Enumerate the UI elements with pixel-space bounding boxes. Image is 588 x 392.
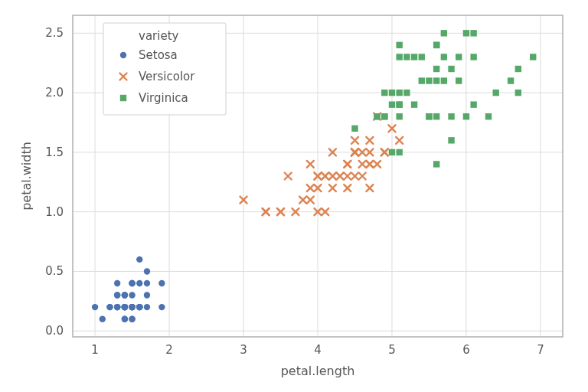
point-square: [389, 90, 395, 96]
x-tick-label: 7: [537, 343, 544, 357]
point-circle: [122, 292, 128, 298]
point-square: [426, 113, 432, 119]
point-square: [441, 54, 447, 60]
x-tick-label: 1: [91, 343, 99, 357]
x-tick-label: 6: [462, 343, 470, 357]
point-square: [396, 90, 402, 96]
point-square: [411, 54, 417, 60]
point-square: [396, 42, 402, 48]
point-square: [120, 95, 126, 101]
point-square: [448, 113, 454, 119]
point-circle: [136, 304, 142, 310]
point-square: [403, 54, 410, 60]
point-square: [389, 149, 395, 155]
point-circle: [129, 315, 135, 322]
x-tick-label: 4: [314, 343, 322, 357]
point-square: [403, 90, 410, 96]
point-square: [441, 30, 447, 36]
point-circle: [106, 304, 113, 310]
y-tick-label: 2.0: [45, 86, 64, 100]
point-square: [419, 77, 425, 83]
point-square: [448, 137, 454, 143]
point-square: [530, 54, 536, 60]
point-square: [463, 30, 469, 36]
point-square: [426, 77, 432, 83]
point-circle: [144, 292, 150, 298]
point-circle: [114, 292, 120, 298]
chart-svg: 12345670.00.51.01.52.02.5petal.lengthpet…: [0, 0, 588, 392]
point-square: [470, 54, 476, 60]
point-square: [441, 77, 447, 83]
x-tick-label: 2: [165, 343, 173, 357]
point-circle: [120, 52, 126, 58]
y-tick-label: 0.5: [45, 264, 64, 278]
point-circle: [122, 304, 128, 310]
point-circle: [158, 304, 165, 310]
point-square: [515, 66, 521, 72]
point-square: [411, 101, 417, 107]
point-circle: [144, 280, 150, 286]
point-square: [396, 113, 402, 119]
point-circle: [129, 304, 135, 310]
point-square: [433, 42, 439, 48]
point-circle: [144, 268, 150, 274]
point-square: [381, 113, 387, 119]
point-square: [470, 30, 476, 36]
point-circle: [114, 304, 120, 310]
point-square: [493, 90, 499, 96]
scatter-chart: 12345670.00.51.01.52.02.5petal.lengthpet…: [0, 0, 588, 392]
x-axis-label: petal.length: [281, 364, 355, 378]
point-square: [433, 66, 439, 72]
y-axis-label: petal.width: [19, 142, 34, 211]
point-square: [396, 149, 402, 155]
point-square: [448, 66, 454, 72]
y-tick-label: 2.5: [45, 26, 64, 40]
legend-item-label: Setosa: [139, 48, 178, 62]
point-circle: [100, 315, 106, 322]
point-circle: [158, 280, 165, 286]
point-circle: [114, 280, 120, 286]
point-square: [389, 101, 395, 107]
point-square: [470, 101, 476, 107]
point-square: [508, 77, 514, 83]
x-tick-label: 3: [240, 343, 247, 357]
point-square: [463, 113, 469, 119]
legend-item-label: Virginica: [139, 91, 188, 105]
point-square: [433, 77, 439, 83]
point-square: [456, 54, 462, 60]
y-tick-label: 0.0: [45, 324, 64, 338]
point-circle: [122, 315, 128, 322]
point-square: [351, 126, 358, 132]
point-square: [419, 54, 425, 60]
point-circle: [136, 256, 142, 263]
point-circle: [129, 292, 135, 298]
point-square: [485, 113, 492, 119]
point-square: [515, 90, 521, 96]
point-circle: [92, 304, 98, 310]
point-square: [396, 101, 402, 107]
point-circle: [144, 304, 150, 310]
point-square: [456, 77, 462, 83]
x-tick-label: 5: [388, 343, 396, 357]
legend: varietySetosaVersicolorVirginica: [103, 23, 226, 115]
point-square: [381, 90, 387, 96]
y-tick-label: 1.0: [45, 205, 64, 219]
point-square: [396, 54, 402, 60]
point-square: [374, 113, 380, 119]
point-square: [433, 113, 439, 119]
point-square: [433, 161, 439, 167]
y-tick-label: 1.5: [45, 145, 64, 159]
point-circle: [136, 280, 142, 286]
legend-item-label: Versicolor: [139, 70, 195, 83]
point-circle: [129, 280, 135, 286]
legend-title: variety: [139, 29, 179, 43]
